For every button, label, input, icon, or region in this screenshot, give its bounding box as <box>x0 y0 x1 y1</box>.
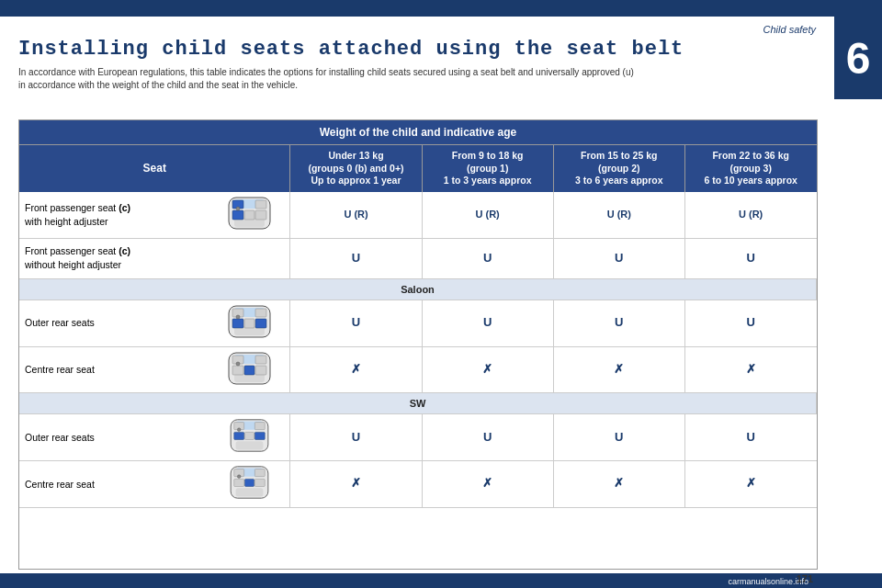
value-cell: U <box>684 238 816 278</box>
weight-col-4: From 22 to 36 kg (group 3) 6 to 10 years… <box>684 145 816 192</box>
svg-rect-38 <box>236 488 264 496</box>
value-cell: ✗ <box>422 346 553 393</box>
sw-outer-label: Outer rear seats <box>25 432 95 443</box>
svg-rect-31 <box>255 433 266 440</box>
top-bar <box>0 0 882 17</box>
saloon-centre-label: Centre rear seat <box>25 364 95 375</box>
col1-line3: Up to approx 1 year <box>311 175 401 186</box>
svg-rect-7 <box>255 200 266 209</box>
weight-col-2: From 9 to 18 kg (group 1) 1 to 3 years a… <box>422 145 553 192</box>
main-table-container: Weight of the child and indicative age S… <box>18 119 818 570</box>
value-cell: ✗ <box>422 461 553 508</box>
table-row: Centre rear seat <box>19 461 817 508</box>
svg-rect-5 <box>244 210 254 220</box>
car-icon-saloon-outer <box>220 304 284 343</box>
svg-rect-4 <box>255 210 266 220</box>
page-number: 171 <box>797 573 813 584</box>
svg-rect-23 <box>244 366 254 375</box>
svg-rect-43 <box>255 469 266 477</box>
child-seat-table: Seat Under 13 kg (groups 0 (b) and 0+) U… <box>19 145 817 508</box>
svg-rect-16 <box>255 309 266 317</box>
header-section: Child safety Installing child seats atta… <box>0 17 834 96</box>
seat-cell-saloon-centre: Centre rear seat <box>19 346 290 393</box>
page-subtitle: In accordance with European regulations,… <box>18 66 707 92</box>
seat-cell-front-with-adjuster: Front passenger seat (c)with height adju… <box>19 192 290 238</box>
value-cell: U <box>290 238 422 278</box>
car-icon-sw-centre <box>220 465 284 503</box>
svg-rect-39 <box>234 479 244 486</box>
svg-rect-14 <box>244 319 254 328</box>
svg-rect-21 <box>232 366 243 375</box>
value-cell: U <box>553 414 684 461</box>
value-cell: ✗ <box>553 461 684 508</box>
table-row: Centre rear seat <box>19 346 817 393</box>
value-cell: U <box>290 414 422 461</box>
svg-rect-12 <box>232 319 243 328</box>
col1-line1: Under 13 kg <box>328 150 383 161</box>
seat-column-header: Seat <box>19 145 290 192</box>
value-cell: U (R) <box>684 192 816 238</box>
value-cell: U <box>422 238 553 278</box>
svg-rect-29 <box>236 442 264 450</box>
saloon-outer-label: Outer rear seats <box>25 317 95 328</box>
section-header-saloon: Saloon <box>19 278 817 300</box>
section-header-sw: SW <box>19 393 817 414</box>
value-cell: ✗ <box>290 346 422 393</box>
page-title: Installing child seats attached using th… <box>18 39 816 61</box>
car-icon-saloon-centre <box>220 351 284 390</box>
subtitle-line2: in accordance with the weight of the chi… <box>18 80 298 90</box>
value-cell: U <box>290 300 422 346</box>
svg-point-8 <box>236 207 240 210</box>
col3-line1: From 15 to 25 kg <box>581 150 657 161</box>
value-cell: U <box>684 300 816 346</box>
car-svg-sw-centre <box>220 465 279 500</box>
svg-point-35 <box>238 428 242 432</box>
value-cell: U <box>422 300 553 346</box>
svg-rect-25 <box>255 356 266 364</box>
svg-point-17 <box>236 315 240 319</box>
col4-line1: From 22 to 36 kg <box>712 150 788 161</box>
chapter-tab: 6 <box>834 17 882 99</box>
page-category: Child safety <box>18 24 816 35</box>
value-cell: U (R) <box>422 192 553 238</box>
value-cell: U <box>553 238 684 278</box>
value-cell: ✗ <box>553 346 684 393</box>
car-icon-sw-outer <box>220 418 284 457</box>
value-cell: ✗ <box>684 461 816 508</box>
svg-rect-32 <box>245 433 254 440</box>
col4-line3: 6 to 10 years approx <box>704 175 797 186</box>
svg-point-26 <box>236 362 240 366</box>
svg-point-44 <box>238 475 242 479</box>
chapter-number: 6 <box>846 33 871 84</box>
seat-cell-front-without-adjuster: Front passenger seat (c)without height a… <box>19 238 290 278</box>
col2-line2: (group 1) <box>467 163 509 174</box>
col1-line2: (groups 0 (b) and 0+) <box>308 163 403 174</box>
col3-line3: 3 to 6 years approx <box>575 175 663 186</box>
table-row: Front passenger seat (c)without height a… <box>19 238 817 278</box>
col2-line1: From 9 to 18 kg <box>452 150 524 161</box>
weight-col-3: From 15 to 25 kg (group 2) 3 to 6 years … <box>553 145 684 192</box>
weight-col-1: Under 13 kg (groups 0 (b) and 0+) Up to … <box>290 145 422 192</box>
table-main-header: Weight of the child and indicative age <box>19 120 817 145</box>
saloon-label: Saloon <box>19 278 817 300</box>
table-row: Outer rear seats <box>19 414 817 461</box>
front-seat-without-label: Front passenger seat (c)without height a… <box>25 245 130 270</box>
subtitle-line1: In accordance with European regulations,… <box>18 67 634 77</box>
svg-rect-41 <box>245 479 254 486</box>
value-cell: U (R) <box>553 192 684 238</box>
col3-line2: (group 2) <box>598 163 640 174</box>
seat-cell-sw-centre: Centre rear seat <box>19 461 290 508</box>
svg-rect-40 <box>255 479 266 486</box>
seat-cell-sw-outer: Outer rear seats <box>19 414 290 461</box>
car-svg-saloon-outer <box>220 304 279 339</box>
svg-rect-30 <box>234 433 244 440</box>
value-cell: U (R) <box>290 192 422 238</box>
car-svg-saloon-centre <box>220 351 279 386</box>
sw-centre-label: Centre rear seat <box>25 479 95 490</box>
car-svg-sw-outer <box>220 418 279 453</box>
bottom-bar: carmanualsonline.info <box>0 573 882 588</box>
svg-rect-3 <box>232 210 243 220</box>
car-svg-front <box>220 196 279 231</box>
col4-line2: (group 3) <box>729 163 772 174</box>
value-cell: U <box>553 300 684 346</box>
